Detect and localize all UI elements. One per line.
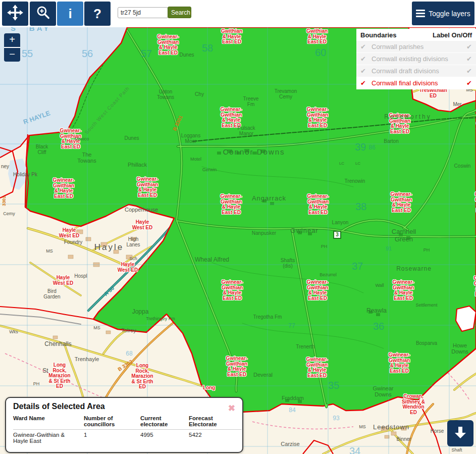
map-zoom-controls: + − — [4, 33, 20, 62]
num-councillors-value: 1 — [84, 430, 140, 444]
search-input[interactable] — [118, 7, 168, 18]
top-toolbar: i ? Search Toggle layers — [0, 0, 476, 27]
zoom-out-button[interactable]: − — [4, 48, 20, 62]
label-toggle-check-icon[interactable]: ✔ — [464, 67, 472, 75]
layer-check-icon[interactable]: ✔ — [360, 43, 368, 51]
move-arrows-icon — [7, 4, 24, 23]
help-button[interactable]: ? — [84, 2, 111, 26]
question-icon: ? — [93, 7, 101, 20]
forecast-electorate-value: 5422 — [189, 430, 242, 444]
close-icon[interactable]: ✖ — [228, 404, 235, 413]
layer-row-cornwall-parishes[interactable]: ✔ Cornwall parishes ✔ — [356, 41, 476, 53]
ward-name-value: Gwinear-Gwithian & Hayle East — [13, 430, 84, 444]
info-icon: i — [68, 7, 72, 20]
toggle-layers-button[interactable]: Toggle layers — [412, 2, 474, 25]
layer-row-cornwall-existing-divisions[interactable]: ✔ Cornwall existing divisions ✔ — [356, 53, 476, 65]
layers-panel-title: Boundaries — [360, 31, 397, 39]
label-toggle-check-icon[interactable]: ✔ — [464, 43, 472, 51]
search-button[interactable]: Search — [168, 7, 191, 18]
layer-label: Cornwall existing divisions — [368, 55, 464, 63]
hamburger-icon — [416, 8, 425, 19]
layers-panel: Boundaries Label On/Off ✔ Cornwall paris… — [356, 29, 476, 89]
layer-label: Cornwall draft divisions — [368, 67, 464, 75]
col-num-councillors: Number of councillors — [84, 415, 140, 430]
boundary-map-app: Gwinear- Gwithian & Hayle East EDGwithia… — [0, 0, 476, 454]
zoom-in-button[interactable]: + — [4, 33, 20, 48]
details-table: Ward Name Number of councillors Current … — [13, 415, 235, 444]
col-current-electorate: Current electorate — [140, 415, 189, 430]
layer-row-cornwall-final-divisions[interactable]: ✔ Cornwall final divisions ✔ — [356, 77, 476, 89]
pan-button[interactable] — [2, 2, 28, 26]
layer-check-icon[interactable]: ✔ — [360, 79, 368, 87]
details-panel-title: Details of Selected Area — [13, 402, 235, 411]
layer-label: Cornwall parishes — [368, 43, 464, 51]
down-arrow-icon — [453, 425, 468, 442]
layer-check-icon[interactable]: ✔ — [360, 67, 368, 75]
magnifier-plus-icon — [35, 5, 51, 23]
label-toggle-check-icon[interactable]: ✔ — [464, 55, 472, 63]
col-ward-name: Ward Name — [13, 415, 84, 430]
label-toggle-check-icon[interactable]: ✔ — [464, 79, 472, 87]
details-panel: ✖ Details of Selected Area Ward Name Num… — [5, 397, 243, 453]
toggle-layers-label: Toggle layers — [429, 10, 470, 18]
label-onoff-header: Label On/Off — [433, 31, 472, 39]
layers-panel-header: Boundaries Label On/Off — [356, 29, 476, 41]
layer-check-icon[interactable]: ✔ — [360, 55, 368, 63]
zoom-tool-button[interactable] — [30, 2, 56, 26]
layer-row-cornwall-draft-divisions[interactable]: ✔ Cornwall draft divisions ✔ — [356, 65, 476, 77]
info-tool-button[interactable]: i — [57, 2, 83, 26]
col-forecast-electorate: Forecast Electorate — [189, 415, 242, 430]
layer-label: Cornwall final divisions — [368, 79, 464, 87]
download-button[interactable] — [447, 420, 473, 446]
current-electorate-value: 4995 — [140, 430, 189, 444]
